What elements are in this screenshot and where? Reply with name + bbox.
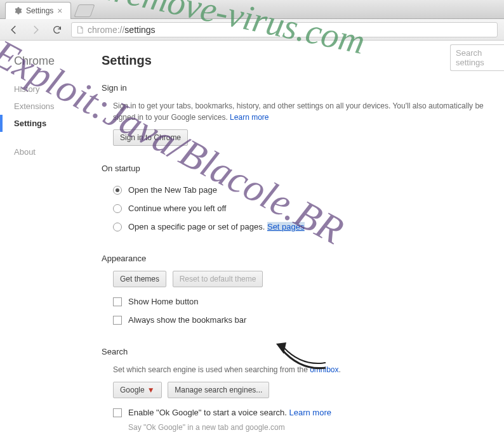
section-title-startup: On startup [102,164,504,173]
section-signin: Sign in Sign in to get your tabs, bookma… [102,83,504,146]
checkbox-icon [113,316,122,325]
search-engine-dropdown[interactable]: Google▼ [113,382,162,398]
radio-continue[interactable]: Continue where you left off [113,199,504,218]
page-title: Settings [102,53,504,68]
signin-button[interactable]: Sign in to Chrome [113,129,188,146]
sidebar-item-about[interactable]: About [14,143,89,160]
sidebar-title: Chrome [14,55,89,68]
checkbox-icon [113,297,122,306]
sidebar-item-settings[interactable]: Settings [0,115,89,132]
section-title-search: Search [102,347,504,356]
reset-theme-button[interactable]: Reset to default theme [173,271,263,287]
radio-icon [113,186,122,195]
section-title-signin: Sign in [102,83,504,93]
new-tab-button[interactable] [74,4,95,17]
checkbox-label: Always show the bookmarks bar [128,315,246,325]
omnibox[interactable]: chrome://settings [71,22,498,37]
get-themes-button[interactable]: Get themes [113,271,166,287]
radio-label: Open a specific page or set of pages. Se… [128,222,305,231]
omnibox-link[interactable]: omnibox [310,365,338,374]
section-title-appearance: Appearance [102,254,504,263]
learn-more-link[interactable]: Learn more [289,408,331,417]
reload-button[interactable] [50,22,65,37]
gear-icon [13,6,22,15]
section-appearance: Appearance Get themes Reset to default t… [102,254,504,329]
ok-google-hint: Say "Ok Google" in a new tab and google.… [113,423,504,432]
set-pages-link[interactable]: Set pages [267,222,305,231]
forward-button[interactable] [28,22,43,37]
radio-label: Open the New Tab page [128,185,217,195]
sidebar-item-extensions[interactable]: Extensions [14,98,89,115]
checkbox-icon [113,408,122,417]
search-description: Set which search engine is used when sea… [113,364,504,375]
section-startup: On startup Open the New Tab page Continu… [102,164,504,236]
radio-icon [113,204,122,213]
signin-description: Sign in to get your tabs, bookmarks, his… [113,100,504,123]
radio-icon [113,223,122,231]
url-text: chrome://settings [88,25,156,35]
browser-tab-settings[interactable]: Settings × [5,2,71,19]
radio-new-tab[interactable]: Open the New Tab page [113,181,504,199]
radio-specific-page[interactable]: Open a specific page or set of pages. Se… [113,218,504,236]
sidebar: Chrome History Extensions Settings About [0,41,89,435]
toolbar: chrome://settings [0,19,504,41]
checkbox-home-button[interactable]: Show Home button [113,292,504,311]
manage-search-engines-button[interactable]: Manage search engines... [168,382,269,398]
checkbox-bookmarks-bar[interactable]: Always show the bookmarks bar [113,311,504,329]
main-content: Settings Sign in Sign in to get your tab… [89,41,504,435]
close-icon[interactable]: × [57,6,62,16]
sidebar-item-history[interactable]: History [14,81,89,98]
section-search: Search Set which search engine is used w… [102,347,504,432]
learn-more-link[interactable]: Learn more [230,113,269,122]
tab-title: Settings [26,6,53,15]
search-settings-input[interactable]: Search settings [450,44,504,71]
page-icon [76,25,84,34]
back-button[interactable] [6,22,22,37]
checkbox-ok-google[interactable]: Enable "Ok Google" to start a voice sear… [113,403,504,422]
checkbox-label: Show Home button [128,297,199,306]
checkbox-label: Enable "Ok Google" to start a voice sear… [128,408,331,417]
tab-bar: Settings × [0,0,504,19]
radio-label: Continue where you left off [128,204,226,213]
